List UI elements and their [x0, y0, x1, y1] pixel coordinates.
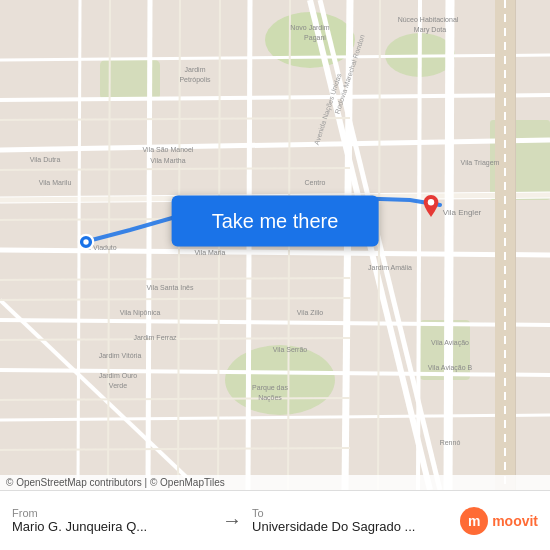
- svg-point-74: [83, 239, 88, 244]
- route-arrow-icon: →: [222, 509, 242, 532]
- svg-text:Petrópolis: Petrópolis: [179, 76, 211, 84]
- svg-text:Vila Maria: Vila Maria: [195, 249, 226, 256]
- svg-text:Novo Jardim: Novo Jardim: [290, 24, 329, 31]
- moovit-logo: m moovit: [460, 507, 538, 535]
- svg-text:Vila Marilu: Vila Marilu: [39, 179, 72, 186]
- svg-text:Parque das: Parque das: [252, 384, 288, 392]
- svg-text:Vila Martha: Vila Martha: [150, 157, 185, 164]
- route-to: To Universidade Do Sagrado ...: [252, 507, 452, 534]
- svg-text:Vila Zillo: Vila Zillo: [297, 309, 323, 316]
- route-from: From Mario G. Junqueira Q...: [12, 507, 212, 534]
- svg-text:Jardim: Jardim: [184, 66, 205, 73]
- svg-text:Pagani: Pagani: [304, 34, 326, 42]
- origin-pin: [77, 233, 95, 251]
- svg-line-18: [148, 0, 150, 490]
- svg-text:Jardim Vitória: Jardim Vitória: [99, 352, 142, 359]
- bottom-bar: From Mario G. Junqueira Q... → To Univer…: [0, 490, 550, 550]
- svg-text:Verde: Verde: [109, 382, 127, 389]
- moovit-text: moovit: [492, 513, 538, 529]
- moovit-icon: m: [460, 507, 488, 535]
- to-label: To: [252, 507, 452, 519]
- svg-text:Jardim Amália: Jardim Amália: [368, 264, 412, 271]
- take-me-there-button[interactable]: Take me there: [172, 195, 379, 246]
- svg-text:Vila Aviação B: Vila Aviação B: [428, 364, 473, 372]
- svg-text:Vila São Manoel: Vila São Manoel: [143, 146, 194, 153]
- map-attribution: © OpenStreetMap contributors | © OpenMap…: [0, 475, 550, 490]
- from-value: Mario G. Junqueira Q...: [12, 519, 212, 534]
- svg-text:Mary Dota: Mary Dota: [414, 26, 446, 34]
- svg-text:Nações: Nações: [258, 394, 282, 402]
- svg-text:Vila Engler: Vila Engler: [443, 208, 482, 217]
- svg-text:Jardim Ferraz: Jardim Ferraz: [133, 334, 177, 341]
- map-container: Novo Jardim Pagani Núceo Habitacional Ma…: [0, 0, 550, 490]
- svg-text:Rennó: Rennó: [440, 439, 461, 446]
- svg-text:Vila Aviação: Vila Aviação: [431, 339, 469, 347]
- destination-pin: [420, 195, 442, 223]
- to-value: Universidade Do Sagrado ...: [252, 519, 452, 534]
- svg-text:Jardim Ouro: Jardim Ouro: [99, 372, 138, 379]
- svg-text:Núceo Habitacional: Núceo Habitacional: [398, 16, 459, 23]
- from-label: From: [12, 507, 212, 519]
- svg-text:Vila Santa Inês: Vila Santa Inês: [147, 284, 194, 291]
- svg-text:Vila Triagem: Vila Triagem: [461, 159, 500, 167]
- svg-point-72: [428, 199, 434, 205]
- svg-text:Vila Nipônica: Vila Nipônica: [120, 309, 161, 317]
- svg-text:Vila Dutra: Vila Dutra: [30, 156, 61, 163]
- svg-line-17: [448, 0, 450, 490]
- attribution-text: © OpenStreetMap contributors | © OpenMap…: [6, 477, 225, 488]
- svg-point-5: [225, 345, 335, 415]
- svg-text:Centro: Centro: [304, 179, 325, 186]
- svg-text:Vila Serrão: Vila Serrão: [273, 346, 308, 353]
